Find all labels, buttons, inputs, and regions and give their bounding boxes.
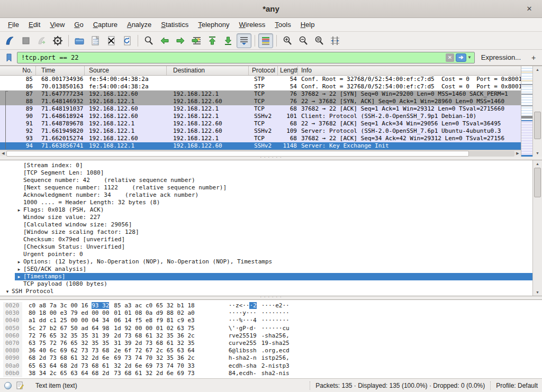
packet-row-88[interactable]: 8871.648146932192.168.122.1192.168.122.6… [0, 98, 521, 105]
detail-line[interactable]: Acknowledgment number: 34 (relative ack … [0, 192, 532, 199]
detail-line[interactable]: Window size value: 227 [0, 214, 532, 221]
hex-row[interactable]: 00505c 27 b2 67 50 ad 64 981d 92 00 00 0… [0, 325, 542, 332]
detail-line-options[interactable]: ▸Options: (12 bytes), No-Operation (NOP)… [0, 258, 532, 266]
menu-analyze[interactable]: Analyze [122, 19, 156, 30]
zoom-original-button[interactable] [312, 33, 327, 48]
find-packet-button[interactable] [141, 33, 156, 48]
hex-row[interactable]: 008036 40 6c 69 62 73 73 682e 6f 72 67 2… [0, 347, 542, 354]
column-header-info[interactable]: Info [298, 66, 521, 75]
detail-line-flags[interactable]: ▸Flags: 0x018 (PSH, ACK) [0, 206, 532, 214]
detail-line-timestamps-selected[interactable]: ▸[Timestamps] [0, 273, 532, 280]
pane-splitter[interactable] [0, 296, 542, 299]
start-capture-button[interactable] [3, 33, 17, 48]
hex-row[interactable]: 0040a1 dd c1 25 00 00 04 3406 14 f5 e8 f… [0, 317, 542, 324]
packet-row-89[interactable]: 8971.648191037192.168.122.60192.168.122.… [0, 105, 521, 113]
vscroll-thumb[interactable] [534, 168, 541, 197]
packet-row-94-selected[interactable]: 9471.663856741192.168.122.1192.168.122.6… [0, 142, 521, 150]
menu-help[interactable]: Help [296, 19, 320, 30]
scroll-down-icon[interactable]: ▼ [533, 289, 542, 296]
expert-info-icon[interactable] [4, 382, 12, 389]
scroll-up-icon[interactable]: ▲ [533, 160, 542, 167]
detail-line[interactable]: [Window size scaling factor: 128] [0, 229, 532, 236]
display-filter-input[interactable]: !tcp.port == 22 ✕ ➔ ▼ [17, 52, 475, 63]
filter-value[interactable]: !tcp.port == 22 [19, 54, 446, 61]
vscroll-thumb[interactable] [534, 112, 541, 139]
go-last-packet-button[interactable] [221, 33, 236, 48]
menu-go[interactable]: Go [69, 19, 88, 30]
colorize-packets-button[interactable] [258, 33, 273, 48]
go-back-button[interactable] [157, 33, 172, 48]
filter-dropdown-icon[interactable]: ▼ [466, 55, 473, 60]
column-header-protocol[interactable]: Protocol [249, 66, 278, 75]
packet-row-85[interactable]: 8568.001734936fe:54:00:d4:38:2aSTP54Conf… [0, 76, 521, 83]
expand-arrow-icon[interactable]: ▸ [15, 266, 23, 273]
collapse-arrow-icon[interactable]: ▾ [3, 288, 12, 295]
detail-line[interactable]: [Calculated window size: 29056] [0, 221, 532, 229]
stop-capture-button[interactable] [19, 33, 33, 48]
hex-row[interactable]: 009068 2d 73 68 61 32 2d 6e69 73 74 70 3… [0, 354, 542, 362]
auto-scroll-button[interactable] [237, 33, 251, 48]
packet-list-vscrollbar[interactable]: ▲ ▼ [532, 66, 542, 157]
expand-arrow-icon[interactable]: ▸ [15, 258, 23, 266]
close-file-button[interactable] [104, 33, 119, 48]
menu-wireless[interactable]: Wireless [234, 19, 270, 30]
capture-comment-icon[interactable] [16, 381, 24, 389]
column-header-length[interactable]: Length [278, 66, 298, 75]
filter-apply-icon[interactable]: ➔ [456, 53, 466, 62]
hex-row[interactable]: 0020c0 a8 7a 3c 00 16 93 3285 a3 ac c0 6… [0, 302, 542, 309]
save-file-button[interactable]: 010111100110 [88, 33, 103, 48]
hscroll-thumb[interactable] [6, 151, 469, 157]
menu-edit[interactable]: Edit [24, 19, 45, 30]
details-vscrollbar[interactable]: ▲ ▼ [532, 160, 542, 296]
filter-clear-icon[interactable]: ✕ [446, 53, 454, 62]
detail-line[interactable]: [Stream index: 0] [0, 162, 532, 169]
pane-splitter[interactable] [0, 157, 542, 160]
hex-row[interactable]: 003080 18 00 e3 79 ed 00 0001 01 08 0a d… [0, 309, 542, 317]
column-header-no[interactable]: No. [0, 66, 36, 75]
scroll-left-icon[interactable]: ◀ [0, 150, 6, 157]
go-to-packet-button[interactable] [189, 33, 204, 48]
detail-line[interactable]: [Next sequence number: 1122 (relative se… [0, 184, 532, 192]
add-filter-button[interactable]: + [528, 53, 539, 62]
expand-arrow-icon[interactable]: ▸ [15, 273, 23, 280]
packet-row-90[interactable]: 9071.648618924192.168.122.60192.168.122.… [0, 113, 521, 120]
detail-line[interactable]: TCP payload (1080 bytes) [0, 280, 532, 288]
hex-row[interactable]: 007063 75 72 76 65 32 35 3531 39 2d 73 6… [0, 340, 542, 347]
detail-line[interactable]: [Checksum Status: Unverified] [0, 243, 532, 251]
packet-row-92[interactable]: 9271.661949820192.168.122.1192.168.122.6… [0, 127, 521, 135]
packet-minimap[interactable] [521, 66, 532, 157]
column-header-destination[interactable]: Destination [167, 66, 249, 75]
packet-row-93[interactable]: 9371.662015274192.168.122.60192.168.122.… [0, 135, 521, 142]
packet-row-86[interactable]: 8670.013850163fe:54:00:d4:38:2aSTP54Conf… [0, 83, 521, 90]
packet-row-91[interactable]: 9171.648789678192.168.122.1192.168.122.6… [0, 120, 521, 127]
capture-options-button[interactable] [50, 33, 65, 48]
menu-view[interactable]: View [45, 19, 69, 30]
hex-row[interactable]: 006072 76 65 32 35 35 31 392d 73 68 61 3… [0, 332, 542, 340]
expand-arrow-icon[interactable]: ▸ [15, 295, 23, 296]
column-header-source[interactable]: Source [85, 66, 167, 75]
restart-capture-button[interactable] [34, 33, 49, 48]
hex-row[interactable]: 00b038 34 2c 65 63 64 68 2d73 68 61 32 2… [0, 370, 542, 377]
scroll-up-icon[interactable]: ▲ [533, 66, 542, 73]
resize-columns-button[interactable] [328, 33, 342, 48]
menu-file[interactable]: File [3, 19, 24, 30]
scroll-right-icon[interactable]: ▶ [514, 150, 521, 157]
hex-row[interactable]: 00a065 63 64 68 2d 73 68 6132 2d 6e 69 7… [0, 362, 542, 370]
menu-telephony[interactable]: Telephony [193, 19, 234, 30]
menu-capture[interactable]: Capture [88, 19, 122, 30]
menu-statistics[interactable]: Statistics [156, 19, 193, 30]
filter-bookmark-button[interactable] [3, 52, 15, 63]
detail-line[interactable]: Checksum: 0x79ed [unverified] [0, 236, 532, 243]
go-forward-button[interactable] [173, 33, 188, 48]
close-icon[interactable]: ✕ [524, 4, 535, 14]
packet-row-87[interactable]: 8771.647777234192.168.122.60192.168.122.… [0, 90, 521, 98]
detail-line[interactable]: 1000 .... = Header Length: 32 bytes (8) [0, 199, 532, 206]
reload-file-button[interactable] [120, 33, 134, 48]
expand-arrow-icon[interactable]: ▸ [15, 206, 23, 214]
column-header-time[interactable]: Time [36, 66, 85, 75]
status-profile[interactable]: Profile: Default [496, 382, 538, 389]
detail-line-seqack[interactable]: ▸[SEQ/ACK analysis] [0, 266, 532, 273]
open-file-button[interactable] [72, 33, 87, 48]
go-first-packet-button[interactable] [205, 33, 220, 48]
zoom-in-button[interactable] [280, 33, 295, 48]
